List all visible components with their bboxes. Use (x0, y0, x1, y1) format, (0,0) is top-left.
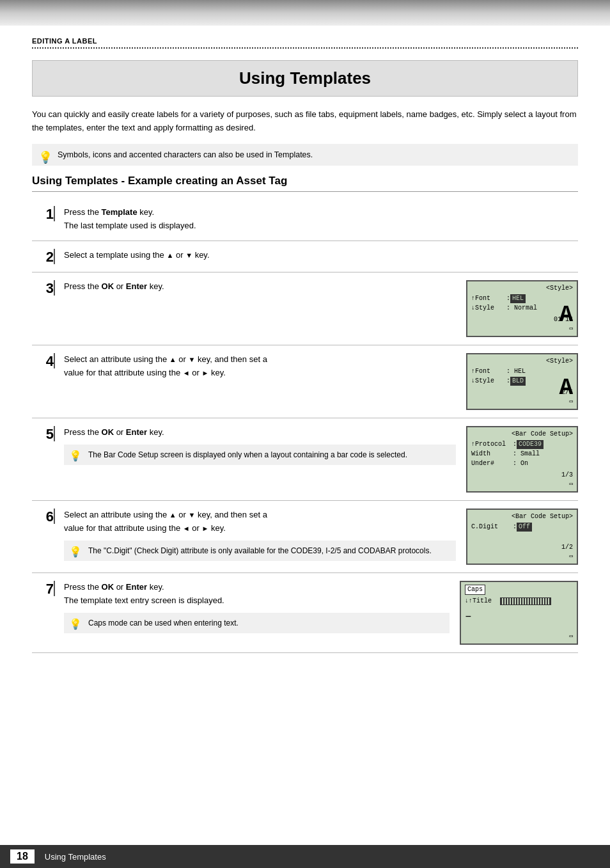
or-text-6b: or (192, 523, 201, 533)
lcd4-row2: ↓Style :BLD (471, 377, 573, 386)
step4-text-col: Select an attribute using the or key, an… (64, 353, 456, 380)
lcd7-battery: ▭ (570, 633, 573, 640)
lcd-screen-6: <Bar Code Setup> C.Digit :Off 1/2▭ (466, 509, 578, 565)
step5-text-col: Press the OK or Enter key. 💡 The Bar Cod… (64, 426, 456, 465)
step-content-2: Select a template using the or key. (64, 249, 578, 262)
lcd4-val1: : HEL (506, 367, 526, 376)
bulb-icon-7: 💡 (69, 617, 82, 632)
arrow-left-4 (183, 368, 190, 377)
step6-note-text: The "C.Digit" (Check Digit) attribute is… (88, 546, 432, 555)
lcd6-battery: ▭ (570, 553, 573, 560)
lcd4-val2: :BLD (506, 377, 526, 386)
lcd3-counter: 01/14▭ (471, 315, 573, 333)
arrow-right-6 (201, 523, 208, 533)
step3-screen-col: <Style> ↑Font :HEL ↓Style : Normal A 01/… (466, 280, 578, 337)
step-row-6: 6 Select an attribute using the or key, … (32, 501, 578, 573)
arrow-right-4 (201, 368, 208, 377)
lcd4-counter: 2/5▭ (471, 388, 573, 406)
step-number-2: 2 (32, 249, 55, 264)
lcd5-row3: Under# : On (471, 459, 573, 468)
lcd4-big-a: A (559, 377, 573, 400)
lcd3-row2: ↓Style : Normal (471, 304, 573, 313)
lcd-screen-4: <Style> ↑Font : HEL ↓Style :BLD A 2/5▭ (466, 353, 578, 410)
lcd3-key1: ↑Font (471, 294, 506, 303)
lcd5-val1: :CODE39 (513, 440, 544, 449)
step-row-2: 2 Select a template using the or key. (32, 241, 578, 272)
step3-with-screen: Press the OK or Enter key. <Style> ↑Font… (64, 280, 578, 337)
arrow-down-2 (185, 250, 192, 260)
step6-note: 💡 The "C.Digit" (Check Digit) attribute … (64, 541, 456, 561)
arrow-up-4 (169, 354, 176, 364)
lcd6-row1: C.Digit :Off (471, 523, 573, 532)
lcd7-caps-label: Caps (465, 585, 485, 595)
step-number-6: 6 (32, 509, 55, 524)
arrow-up-2 (166, 250, 173, 260)
step3-enter-bold: Enter (126, 281, 147, 291)
arrow-left-6 (183, 523, 190, 533)
step-row-3: 3 Press the OK or Enter key. <Style> ↑Fo… (32, 272, 578, 345)
step7-ok-bold: OK (102, 582, 114, 592)
footer: 18 Using Templates (0, 845, 610, 868)
step7-text2: The template text entry screen is displa… (64, 596, 224, 605)
arrow-up-6 (169, 510, 176, 519)
lcd-screen-5: <Bar Code Setup> ↑Protocol :CODE39 Width… (466, 426, 578, 493)
step-content-1: Press the Template key. The last templat… (64, 206, 578, 233)
lcd5-row1: ↑Protocol :CODE39 (471, 440, 573, 449)
bulb-icon-6: 💡 (69, 544, 82, 560)
step1-template-bold: Template (102, 207, 137, 217)
page-content: EDITING A LABEL Using Templates You can … (0, 37, 610, 679)
lcd7-val1 (500, 597, 551, 605)
info-box-1-text: Symbols, icons and accented characters c… (58, 150, 313, 159)
section-label: EDITING A LABEL (32, 37, 578, 45)
steps-container: 1 Press the Template key. The last templ… (32, 198, 578, 653)
lcd7-top-row: Caps (465, 585, 573, 595)
or-text-4a: or (178, 354, 188, 364)
arrow-down-4 (188, 354, 195, 364)
lcd5-battery: ▭ (570, 481, 573, 487)
or-text-6a: or (178, 510, 188, 519)
lcd4-key2: ↓Style (471, 377, 506, 386)
step3-text-col: Press the OK or Enter key. (64, 280, 456, 294)
step-row-7: 7 Press the OK or Enter key. The templat… (32, 573, 578, 653)
lcd7-counter: ▭ (465, 632, 573, 641)
step-number-1: 1 (32, 206, 55, 221)
step-number-5: 5 (32, 426, 55, 441)
lcd-screen-3: <Style> ↑Font :HEL ↓Style : Normal A 01/… (466, 280, 578, 337)
step7-text-col: Press the OK or Enter key. The template … (64, 581, 450, 633)
lcd3-val2: : Normal (506, 304, 537, 313)
footer-page-label: Using Templates (45, 852, 106, 862)
lcd3-title: <Style> (471, 284, 573, 293)
step6-with-screen: Select an attribute using the or key, an… (64, 509, 578, 565)
lcd7-row1: ↓↑Title (465, 597, 573, 606)
lcd3-row1: ↑Font :HEL (471, 294, 573, 303)
step-content-6: Select an attribute using the or key, an… (64, 509, 578, 565)
step7-screen-col: Caps ↓↑Title – ▭ (460, 581, 578, 645)
lcd6-val1: :Off (513, 523, 532, 532)
step5-with-screen: Press the OK or Enter key. 💡 The Bar Cod… (64, 426, 578, 493)
lcd7-key1: ↓↑Title (465, 597, 500, 606)
lcd3-big-a: A (559, 304, 573, 327)
step5-screen-col: <Bar Code Setup> ↑Protocol :CODE39 Width… (466, 426, 578, 493)
step7-enter-bold: Enter (126, 582, 147, 592)
lcd4-title: <Style> (471, 357, 573, 366)
lcd4-highlight2: BLD (510, 377, 526, 386)
step5-ok-bold: OK (102, 427, 114, 437)
lcd4-key1: ↑Font (471, 367, 506, 376)
step7-note-text: Caps mode can be used when entering text… (88, 619, 239, 627)
step6-screen-col: <Bar Code Setup> C.Digit :Off 1/2▭ (466, 509, 578, 565)
or-text-2: or (176, 250, 185, 260)
lcd5-title: <Bar Code Setup> (471, 430, 573, 439)
lcd3-val1: :HEL (506, 294, 526, 303)
step-row-5: 5 Press the OK or Enter key. 💡 The Bar C… (32, 418, 578, 501)
lcd3-key2: ↓Style (471, 304, 506, 313)
step7-with-screen: Press the OK or Enter key. The template … (64, 581, 578, 645)
info-box-1: 💡 Symbols, icons and accented characters… (32, 144, 578, 166)
lcd5-highlight1: CODE39 (517, 440, 544, 449)
bulb-icon-1: 💡 (38, 149, 52, 166)
lcd5-val3: : On (513, 459, 528, 468)
lcd-screen-7: Caps ↓↑Title – ▭ (460, 581, 578, 645)
page-title: Using Templates (40, 68, 570, 88)
step3-ok-bold: OK (102, 281, 114, 291)
lcd7-dash: – (465, 608, 573, 624)
lcd5-counter: 1/3▭ (471, 471, 573, 489)
